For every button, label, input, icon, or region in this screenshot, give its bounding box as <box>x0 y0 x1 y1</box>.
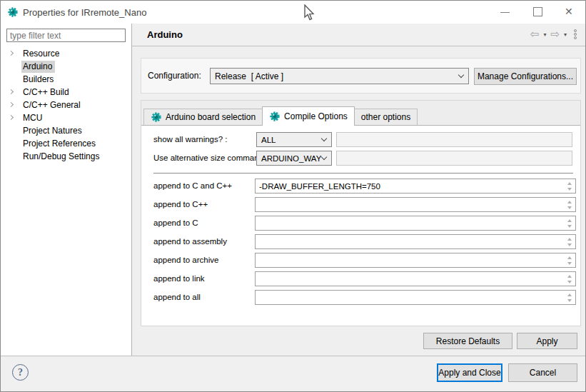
tab-other-options[interactable]: other options <box>354 109 418 125</box>
append-all-label: append to all <box>153 290 201 305</box>
append-c-label: append to C <box>153 216 198 231</box>
append-assembly-input[interactable] <box>256 235 562 248</box>
show-all-warnings-extra-field <box>336 132 572 147</box>
append-archive-field <box>255 253 576 268</box>
show-all-warnings-select[interactable]: ALL <box>256 132 332 147</box>
maximize-button[interactable] <box>522 1 555 24</box>
configuration-group: Configuration: Release [ Active ] Manage… <box>141 58 581 94</box>
spinner-icon[interactable] <box>564 235 575 248</box>
sidebar: Resource Arduino Builders C/C++ Build C/… <box>1 24 132 356</box>
history-nav: ⇦ ▾ ⇨ ▾ <box>530 28 577 41</box>
chevron-down-icon <box>458 71 464 77</box>
append-all-field <box>255 290 576 305</box>
append-link-input[interactable] <box>256 272 562 286</box>
spinner-icon[interactable] <box>564 216 575 230</box>
gear-icon <box>151 111 162 123</box>
apply-and-close-button[interactable]: Apply and Close <box>437 363 502 382</box>
dialog-button-bar: ? Apply and Close Cancel <box>1 356 585 392</box>
close-button[interactable]: ✕ <box>555 1 586 24</box>
alt-size-command-label: Use alternative size command? : <box>153 151 273 166</box>
tab-arduino-board-selection[interactable]: Arduino board selection <box>143 109 263 125</box>
tree-item-mcu[interactable]: MCU <box>1 111 131 124</box>
tab-strip: Arduino board selection Compile Options … <box>141 101 580 126</box>
append-cpp-label: append to C++ <box>153 197 208 212</box>
spinner-icon[interactable] <box>564 272 575 286</box>
append-archive-input[interactable] <box>256 253 562 267</box>
manage-configurations-button[interactable]: Manage Configurations... <box>474 68 577 85</box>
append-assembly-label: append to assembly <box>153 234 227 249</box>
tree-item-run-debug-settings[interactable]: Run/Debug Settings <box>1 150 131 163</box>
forward-dropdown-icon[interactable]: ▾ <box>563 31 567 38</box>
spinner-icon[interactable] <box>564 291 575 304</box>
title-bar: Properties for IRremote_Nano ✕ <box>1 1 585 24</box>
minimize-icon <box>500 12 510 13</box>
append-archive-label: append to archive <box>153 253 218 268</box>
tree-item-builders[interactable]: Builders <box>1 73 131 86</box>
forward-icon[interactable]: ⇨ <box>550 28 560 41</box>
tree-item-cpp-build[interactable]: C/C++ Build <box>1 86 131 99</box>
tree-item-project-natures[interactable]: Project Natures <box>1 124 131 137</box>
tree-item-cpp-general[interactable]: C/C++ General <box>1 99 131 111</box>
back-dropdown-icon[interactable]: ▾ <box>542 31 547 38</box>
restore-defaults-button[interactable]: Restore Defaults <box>423 333 512 349</box>
spinner-icon[interactable] <box>564 253 575 267</box>
expander-icon[interactable] <box>9 115 14 120</box>
tree-item-arduino[interactable]: Arduino <box>1 60 131 73</box>
append-link-label: append to link <box>153 271 205 286</box>
append-c-input[interactable] <box>256 216 562 230</box>
show-all-warnings-label: show all warnings? : <box>153 132 228 147</box>
window-title: Properties for IRremote_Nano <box>23 7 146 18</box>
filter-input[interactable] <box>6 29 126 42</box>
append-c-field <box>255 216 576 231</box>
separator <box>153 173 573 174</box>
properties-tree: Resource Arduino Builders C/C++ Build C/… <box>1 47 131 163</box>
expander-icon[interactable] <box>9 102 14 107</box>
view-menu-icon[interactable] <box>574 29 577 39</box>
tree-item-resource[interactable]: Resource <box>1 47 131 60</box>
alt-size-command-extra-field <box>336 151 572 166</box>
chevron-down-icon <box>321 135 327 141</box>
properties-dialog: Properties for IRremote_Nano ✕ Resource … <box>0 0 586 392</box>
append-cpp-field <box>255 197 576 212</box>
append-c-cpp-input[interactable] <box>256 179 562 193</box>
configuration-label: Configuration: <box>148 71 201 81</box>
append-assembly-field <box>255 234 576 249</box>
tab-compile-options[interactable]: Compile Options <box>262 106 355 126</box>
page-header: Arduino ⇦ ▾ ⇨ ▾ <box>132 24 585 46</box>
gear-app-icon <box>7 6 19 18</box>
cancel-button[interactable]: Cancel <box>508 363 577 382</box>
gear-icon <box>269 111 281 122</box>
alt-size-command-select[interactable]: ARDUINO_WAY <box>256 151 332 166</box>
expander-icon[interactable] <box>9 51 14 56</box>
back-icon[interactable]: ⇦ <box>530 28 540 41</box>
tree-item-project-references[interactable]: Project References <box>1 137 131 150</box>
options-tab-folder: Arduino board selection Compile Options … <box>141 100 581 326</box>
main-panel: Arduino ⇦ ▾ ⇨ ▾ Configuration: Release [… <box>132 24 585 356</box>
spinner-icon[interactable] <box>564 198 575 211</box>
page-title: Arduino <box>147 29 183 40</box>
append-all-input[interactable] <box>256 291 562 304</box>
append-cpp-input[interactable] <box>256 198 562 211</box>
apply-button[interactable]: Apply <box>517 333 577 349</box>
append-link-field <box>255 271 576 286</box>
append-c-cpp-label: append to C and C++ <box>153 179 232 194</box>
close-icon: ✕ <box>565 6 573 17</box>
chevron-down-icon <box>321 154 327 159</box>
spinner-icon[interactable] <box>564 179 575 193</box>
minimize-button[interactable] <box>489 1 522 24</box>
help-icon[interactable]: ? <box>12 364 29 381</box>
maximize-icon <box>533 7 542 16</box>
append-c-cpp-field <box>255 179 576 194</box>
configuration-select[interactable]: Release [ Active ] <box>210 68 469 84</box>
expander-icon[interactable] <box>9 89 14 94</box>
